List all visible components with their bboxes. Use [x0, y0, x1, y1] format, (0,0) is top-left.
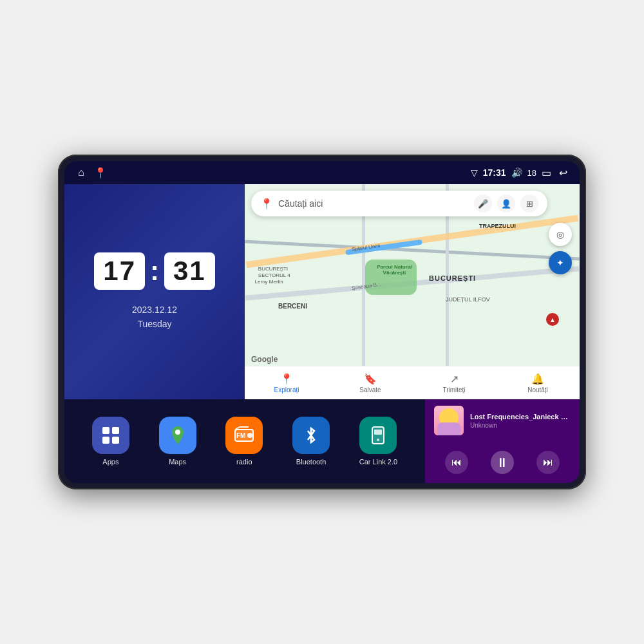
bluetooth-label: Bluetooth — [296, 458, 326, 466]
map-nav-salvate-icon: 🔖 — [364, 373, 377, 385]
clock-day-text: Tuesday — [132, 317, 177, 331]
volume-icon: 🔊 — [511, 167, 522, 178]
map-nav-trimiteti-label: Trimiteți — [442, 386, 465, 393]
volume-level: 18 — [527, 168, 536, 178]
svg-rect-1 — [112, 427, 119, 434]
status-bar-right: ▽ 17:31 🔊 18 ▭ ↩ — [471, 166, 569, 179]
clock-date-text: 2023.12.12 — [132, 303, 177, 317]
svg-rect-10 — [372, 427, 384, 444]
music-controls: ⏮ ⏸ ⏭ — [434, 448, 571, 477]
music-player: Lost Frequencies_Janieck Devy-... Unknow… — [425, 399, 580, 483]
maps-nav-icon[interactable]: 📍 — [94, 166, 107, 179]
bottom-section: Apps Maps — [64, 399, 580, 483]
app-item-bluetooth[interactable]: Bluetooth — [292, 417, 330, 466]
status-bar: ⌂ 📍 ▽ 17:31 🔊 18 ▭ ↩ — [64, 161, 580, 184]
prev-icon: ⏮ — [451, 457, 462, 468]
svg-point-4 — [175, 430, 180, 435]
map-widget[interactable]: BUCUREȘTI JUDEȚUL ILFOV TRAPEZULUI BERCE… — [245, 184, 580, 399]
map-search-bar[interactable]: 📍 Căutați aici 🎤 👤 ⊞ — [251, 191, 547, 216]
map-nav-trimiteti-icon: ↗ — [450, 373, 459, 385]
map-nav-trimiteti[interactable]: ↗ Trimiteți — [412, 373, 496, 393]
map-location-btn[interactable]: ◎ — [549, 223, 572, 246]
next-icon: ⏭ — [543, 457, 553, 468]
map-label-leroy: Leroy Merlin — [255, 279, 283, 285]
clock-display: 17 : 31 — [94, 252, 214, 290]
app-item-carlink[interactable]: Car Link 2.0 — [359, 417, 397, 466]
map-account-btn[interactable]: 👤 — [497, 194, 515, 213]
map-label-parcul: Parcul NaturalVăcărești — [368, 264, 420, 276]
map-nav-explorare[interactable]: 📍 Explorați — [245, 373, 328, 393]
device-frame: ⌂ 📍 ▽ 17:31 🔊 18 ▭ ↩ 17 : — [58, 155, 586, 489]
back-icon[interactable]: ↩ — [556, 166, 569, 179]
app-item-radio[interactable]: FM radio — [225, 417, 263, 466]
map-nav-noutati[interactable]: 🔔 Noutăți — [496, 373, 580, 393]
radio-icon: FM — [225, 417, 263, 454]
clock-minute: 31 — [164, 252, 215, 290]
music-meta: Lost Frequencies_Janieck Devy-... Unknow… — [470, 413, 571, 429]
map-google-logo: Google — [251, 355, 278, 364]
map-label-bucuresti: BUCUREȘTI — [429, 274, 476, 282]
map-nav-salvate-label: Salvate — [359, 386, 381, 393]
status-time: 17:31 — [483, 167, 506, 178]
map-search-text[interactable]: Căutați aici — [278, 198, 469, 209]
music-next-btn[interactable]: ⏭ — [536, 451, 560, 474]
map-nav-noutati-label: Noutăți — [527, 386, 548, 393]
face-body — [437, 422, 460, 435]
apps-label: Apps — [102, 458, 118, 466]
map-compass-btn[interactable]: ✦ — [549, 251, 572, 274]
music-prev-btn[interactable]: ⏮ — [445, 451, 468, 474]
radio-label: radio — [236, 458, 252, 466]
map-label-trapezului: TRAPEZULUI — [479, 223, 516, 229]
clock-widget: 17 : 31 2023.12.12 Tuesday — [64, 184, 245, 399]
clock-date: 2023.12.12 Tuesday — [132, 303, 177, 332]
map-nav-explorare-icon: 📍 — [280, 373, 293, 385]
svg-point-7 — [247, 433, 252, 438]
clock-colon: : — [150, 256, 159, 287]
app-item-apps[interactable]: Apps — [92, 417, 129, 466]
apps-icon — [92, 417, 129, 454]
maps-label: Maps — [169, 458, 186, 466]
map-search-pin-icon: 📍 — [260, 198, 273, 210]
app-item-maps[interactable]: Maps — [159, 417, 196, 466]
play-icon: ⏸ — [496, 455, 509, 470]
signal-icon: ▽ — [471, 167, 478, 178]
music-artist: Unknown — [470, 422, 571, 429]
music-info: Lost Frequencies_Janieck Devy-... Unknow… — [434, 406, 571, 435]
status-bar-left: ⌂ 📍 — [75, 166, 107, 179]
map-search-actions: 🎤 👤 ⊞ — [474, 194, 538, 213]
main-content: 17 : 31 2023.12.12 Tuesday — [64, 184, 580, 483]
svg-rect-3 — [112, 437, 119, 444]
map-controls: ◎ ✦ — [549, 223, 572, 274]
maps-icon — [159, 417, 196, 454]
map-bottom-nav: 📍 Explorați 🔖 Salvate ↗ Trimiteți 🔔 — [245, 366, 580, 399]
app-launcher: Apps Maps — [64, 399, 425, 483]
svg-rect-2 — [102, 437, 109, 444]
map-label-ilfov: JUDEȚUL ILFOV — [446, 296, 490, 303]
map-nav-explorare-label: Explorați — [274, 386, 299, 393]
top-section: 17 : 31 2023.12.12 Tuesday — [64, 184, 580, 399]
map-label-sector: BUCUREȘTISECTORUL 4 — [258, 266, 290, 279]
battery-icon: ▭ — [542, 167, 551, 179]
svg-rect-11 — [374, 430, 382, 435]
svg-rect-0 — [102, 427, 109, 434]
map-layers-btn[interactable]: ⊞ — [520, 194, 538, 213]
music-title: Lost Frequencies_Janieck Devy-... — [470, 413, 571, 421]
music-thumbnail — [434, 406, 464, 435]
map-nav-noutati-icon: 🔔 — [531, 373, 544, 385]
bluetooth-icon — [292, 417, 330, 454]
music-play-btn[interactable]: ⏸ — [491, 451, 514, 474]
carlink-label: Car Link 2.0 — [359, 458, 397, 466]
svg-point-12 — [377, 439, 379, 441]
device-screen: ⌂ 📍 ▽ 17:31 🔊 18 ▭ ↩ 17 : — [64, 161, 580, 483]
carlink-icon — [359, 417, 397, 454]
clock-hour: 17 — [94, 252, 145, 290]
map-mic-btn[interactable]: 🎤 — [474, 194, 492, 213]
map-label-berceni: BERCENI — [278, 303, 307, 310]
album-art — [434, 406, 464, 435]
map-nav-salvate[interactable]: 🔖 Salvate — [328, 373, 412, 393]
svg-text:FM: FM — [236, 432, 245, 439]
home-nav-icon[interactable]: ⌂ — [75, 166, 88, 179]
